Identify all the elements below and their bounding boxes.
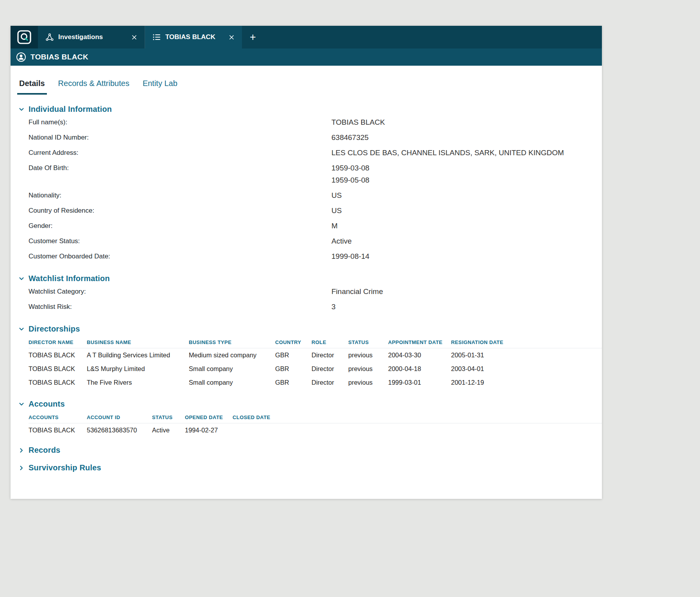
section-toggle-records[interactable]: Records xyxy=(11,446,602,455)
table-cell: GBR xyxy=(275,362,312,376)
table-cell xyxy=(233,427,287,434)
table-header-cell: COUNTRY xyxy=(275,337,312,348)
section-title: Directorships xyxy=(29,324,80,333)
field-label: Gender: xyxy=(29,220,331,232)
chevron-down-icon xyxy=(18,276,25,282)
field-label: Watchlist Category: xyxy=(29,285,331,298)
table-header-cell: DIRECTOR NAME xyxy=(29,337,87,348)
section-accounts: Accounts ACCOUNTS ACCOUNT ID STATUS OPEN… xyxy=(11,400,602,437)
field-value: 1959-03-08 1959-05-08 xyxy=(331,162,602,186)
field-label: Date Of Birth: xyxy=(29,162,331,186)
field-value: LES CLOS DE BAS, CHANNEL ISLANDS, SARK, … xyxy=(331,147,602,159)
section-title: Records xyxy=(29,446,60,455)
entity-title: TOBIAS BLACK xyxy=(30,53,88,61)
window-tab-bar: Investigations TOBIAS BLACK + xyxy=(11,26,602,48)
table-header-cell: STATUS xyxy=(348,337,388,348)
close-icon[interactable] xyxy=(130,33,138,41)
table-cell: A T Building Services Limited xyxy=(87,348,189,362)
network-icon xyxy=(46,33,54,41)
field-label: Customer Status: xyxy=(29,235,331,247)
chevron-right-icon xyxy=(18,447,25,454)
section-title: Survivorship Rules xyxy=(29,463,101,472)
field-label: Watchlist Risk: xyxy=(29,301,331,313)
field-row: Watchlist Category: Financial Crime xyxy=(29,284,602,299)
table-cell: 1994-02-27 xyxy=(185,423,233,437)
page-tab-records-attributes[interactable]: Records & Attributes xyxy=(56,79,131,95)
table-cell: 2005-01-31 xyxy=(451,348,602,362)
table-header-cell: APPOINTMENT DATE xyxy=(388,337,451,348)
table-cell: 2001-12-19 xyxy=(451,376,602,389)
app-logo-button[interactable] xyxy=(11,26,38,48)
table-cell xyxy=(287,427,602,434)
field-label: Current Address: xyxy=(29,147,331,159)
field-label: Nationality: xyxy=(29,189,331,201)
section-title: Accounts xyxy=(29,400,65,409)
details-page: Details Records & Attributes Entity Lab … xyxy=(11,66,602,488)
table-header-cell: BUSINESS TYPE xyxy=(189,337,275,348)
table-header-cell xyxy=(287,415,602,420)
accounts-table: ACCOUNTS ACCOUNT ID STATUS OPENED DATE C… xyxy=(29,412,602,437)
field-row: Customer Onboarded Date: 1999-08-14 xyxy=(29,249,602,264)
tab-label: Investigations xyxy=(58,33,120,41)
new-tab-button[interactable]: + xyxy=(242,26,264,48)
list-icon xyxy=(153,34,161,41)
table-cell: 2000-04-18 xyxy=(388,362,451,376)
section-toggle-directorships[interactable]: Directorships xyxy=(11,324,602,333)
section-toggle-individual-information[interactable]: Individual Information xyxy=(11,105,602,114)
field-value: TOBIAS BLACK xyxy=(331,116,602,128)
field-list: Watchlist Category: Financial Crime Watc… xyxy=(11,284,602,314)
field-label: Customer Onboarded Date: xyxy=(29,250,331,262)
section-toggle-watchlist-information[interactable]: Watchlist Information xyxy=(11,274,602,283)
field-label: Full name(s): xyxy=(29,116,331,128)
table-cell: TOBIAS BLACK xyxy=(29,362,87,376)
chevron-down-icon xyxy=(18,401,25,407)
tab-tobias-black[interactable]: TOBIAS BLACK xyxy=(145,26,242,48)
table-header-cell: OPENED DATE xyxy=(185,412,233,423)
table-cell: GBR xyxy=(275,348,312,362)
field-row: Watchlist Risk: 3 xyxy=(29,299,602,314)
table-cell: Medium sized company xyxy=(189,348,275,362)
section-watchlist-information: Watchlist Information Watchlist Category… xyxy=(11,274,602,314)
section-toggle-accounts[interactable]: Accounts xyxy=(11,400,602,409)
table-cell: The Five Rivers xyxy=(87,376,189,389)
field-value: 1999-08-14 xyxy=(331,250,602,262)
section-toggle-survivorship-rules[interactable]: Survivorship Rules xyxy=(11,463,602,472)
person-icon xyxy=(16,52,26,62)
table-cell: TOBIAS BLACK xyxy=(29,376,87,389)
q-logo-icon xyxy=(17,30,31,44)
field-value: M xyxy=(331,220,602,232)
table-header-cell: STATUS xyxy=(152,412,185,423)
table-cell: Director xyxy=(312,362,348,376)
close-icon[interactable] xyxy=(227,33,236,41)
section-directorships: Directorships DIRECTOR NAME BUSINESS NAM… xyxy=(11,324,602,389)
field-value: Active xyxy=(331,235,602,247)
section-individual-information: Individual Information Full name(s): TOB… xyxy=(11,105,602,264)
page-tab-entity-lab[interactable]: Entity Lab xyxy=(141,79,179,95)
section-title: Individual Information xyxy=(29,105,112,114)
field-value: US xyxy=(331,204,602,217)
field-row: Current Address: LES CLOS DE BAS, CHANNE… xyxy=(29,145,602,160)
table-body: TOBIAS BLACK 53626813683570 Active 1994-… xyxy=(29,423,602,437)
field-row: Customer Status: Active xyxy=(29,233,602,249)
table-cell: GBR xyxy=(275,376,312,389)
table-header-row: DIRECTOR NAME BUSINESS NAME BUSINESS TYP… xyxy=(29,337,602,348)
table-cell: TOBIAS BLACK xyxy=(29,423,87,437)
page-tab-details[interactable]: Details xyxy=(17,79,47,95)
table-cell: 2003-04-01 xyxy=(451,362,602,376)
field-value: 3 xyxy=(331,301,602,313)
table-cell: 53626813683570 xyxy=(87,423,152,437)
table-cell: previous xyxy=(348,376,388,389)
chevron-down-icon xyxy=(18,106,25,113)
tab-investigations[interactable]: Investigations xyxy=(38,26,145,48)
field-list: Full name(s): TOBIAS BLACK National ID N… xyxy=(11,115,602,264)
table-header-cell: BUSINESS NAME xyxy=(87,337,189,348)
table-row: TOBIAS BLACK The Five Rivers Small compa… xyxy=(29,376,602,389)
table-cell: Small company xyxy=(189,362,275,376)
entity-header: TOBIAS BLACK xyxy=(11,48,602,66)
table-cell: previous xyxy=(348,362,388,376)
field-value: US xyxy=(331,189,602,201)
table-header-row: ACCOUNTS ACCOUNT ID STATUS OPENED DATE C… xyxy=(29,412,602,423)
table-cell: Director xyxy=(312,376,348,389)
table-header-cell: CLOSED DATE xyxy=(233,412,287,423)
field-row: National ID Number: 638467325 xyxy=(29,130,602,145)
